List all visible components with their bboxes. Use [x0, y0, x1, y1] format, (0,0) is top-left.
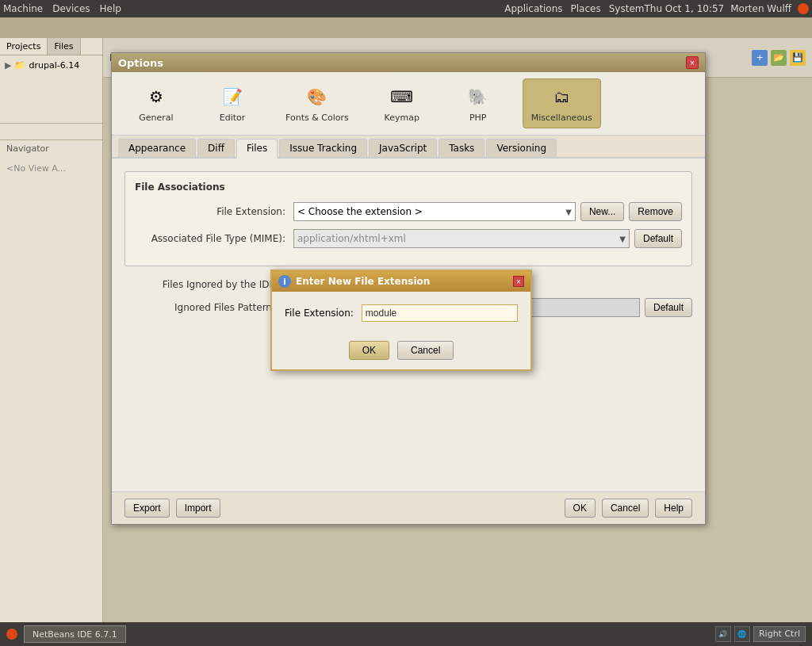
options-footer: Export Import OK Cancel Help — [112, 491, 705, 524]
menu-machine[interactable]: Machine — [3, 3, 43, 14]
tab-diff[interactable]: Diff — [197, 139, 235, 157]
file-associations-title: File Associations — [135, 182, 682, 193]
save-icon[interactable]: 💾 — [790, 50, 806, 66]
options-titlebar: Options × — [112, 53, 705, 72]
sub-dialog: i Enter New File Extension × File Extens… — [270, 269, 532, 371]
fonts-colors-label: Fonts & Colors — [285, 113, 349, 123]
sub-dialog-title: Enter New File Extension — [296, 276, 430, 287]
system-menu-left: Machine Devices Help — [3, 3, 121, 14]
general-label: General — [139, 113, 173, 123]
toolbar-item-keymap[interactable]: ⌨ Keymap — [370, 78, 434, 128]
general-icon: ⚙ — [144, 84, 169, 109]
php-label: PHP — [469, 113, 487, 123]
ok-button[interactable]: OK — [565, 499, 596, 518]
tree-arrow: ▶ — [5, 60, 11, 71]
options-dialog: Options × ⚙ General 📝 Editor 🎨 Fonts & C… — [111, 52, 706, 525]
taskbar-item-netbeans[interactable]: NetBeans IDE 6.7.1 — [24, 625, 126, 643]
remove-button[interactable]: Remove — [629, 202, 682, 221]
tab-files[interactable]: Files — [236, 139, 278, 159]
tab-versioning[interactable]: Versioning — [486, 139, 557, 157]
editor-label: Editor — [220, 113, 246, 123]
tab-issue-tracking[interactable]: Issue Tracking — [279, 139, 367, 157]
launcher-applications[interactable]: Applications — [504, 3, 562, 14]
sub-ok-button[interactable]: OK — [349, 341, 389, 360]
file-extension-dropdown[interactable]: < Choose the extension > ▼ — [293, 202, 576, 221]
system-clock: Thu Oct 1, 10:57 — [644, 3, 724, 14]
export-button[interactable]: Export — [124, 499, 170, 518]
keymap-icon: ⌨ — [389, 84, 415, 109]
options-close-button[interactable]: × — [686, 56, 699, 69]
editor-icon: 📝 — [220, 84, 245, 109]
app-launchers: Applications Places System — [504, 3, 644, 14]
taskbar-ubuntu-icon — [6, 629, 17, 640]
taskbar-right: 🔊 🌐 Right Ctrl — [715, 626, 806, 642]
launcher-system[interactable]: System — [609, 3, 645, 14]
tab-files[interactable]: Files — [48, 38, 80, 55]
sub-dialog-footer: OK Cancel — [272, 334, 530, 369]
sub-dialog-extension-input[interactable] — [362, 304, 518, 322]
navigator-label: Navigator — [0, 140, 102, 157]
toolbar-item-editor[interactable]: 📝 Editor — [201, 78, 264, 128]
toolbar-item-miscellaneous[interactable]: 🗂 Miscellaneous — [523, 78, 601, 128]
mime-label: Associated File Type (MIME): — [135, 233, 293, 244]
taskbar-icon-2[interactable]: 🌐 — [734, 626, 750, 642]
fonts-colors-icon: 🎨 — [304, 84, 330, 109]
ignored-files-label: Files Ignored by the IDE — [124, 279, 283, 290]
tree-label: drupal-6.14 — [29, 60, 79, 71]
sub-dialog-content: File Extension: — [272, 292, 530, 334]
sub-dialog-titlebar: i Enter New File Extension × — [272, 271, 530, 292]
file-extension-row: File Extension: < Choose the extension >… — [135, 202, 682, 221]
sidebar-tabs: Projects Files — [0, 38, 102, 55]
toolbar-item-php[interactable]: 🐘 PHP — [446, 78, 510, 128]
mime-chevron-down-icon: ▼ — [619, 235, 626, 243]
sub-dialog-close-button[interactable]: × — [513, 276, 524, 287]
sidebar-tree: ▶ 📁 drupal-6.14 — [0, 55, 102, 75]
import-button[interactable]: Import — [176, 499, 220, 518]
chevron-down-icon: ▼ — [565, 208, 572, 216]
tree-item-drupal[interactable]: ▶ 📁 drupal-6.14 — [3, 59, 99, 72]
menu-devices[interactable]: Devices — [52, 3, 90, 14]
tab-tasks[interactable]: Tasks — [439, 139, 485, 157]
tab-javascript[interactable]: JavaScript — [369, 139, 437, 157]
system-user: Morten Wulff — [730, 3, 791, 14]
footer-left: Export Import — [124, 499, 220, 518]
dropdown-value: < Choose the extension > — [297, 206, 423, 217]
open-icon[interactable]: 📂 — [771, 50, 787, 66]
ide-background: Projects Files ▶ 📁 drupal-6.14 Navigator… — [0, 38, 812, 646]
taskbar-item-label: NetBeans IDE 6.7.1 — [33, 629, 117, 640]
options-tabs: Appearance Diff Files Issue Tracking Jav… — [112, 136, 705, 159]
ignored-pattern-label: Ignored Files Pattern: — [124, 302, 283, 313]
mime-dropdown[interactable]: application/xhtml+xml ▼ — [293, 229, 630, 248]
mime-row: Associated File Type (MIME): application… — [135, 229, 682, 248]
toolbar-item-general[interactable]: ⚙ General — [124, 78, 188, 128]
help-button[interactable]: Help — [655, 499, 692, 518]
cancel-button[interactable]: Cancel — [602, 499, 649, 518]
php-icon: 🐘 — [465, 84, 491, 109]
tab-projects[interactable]: Projects — [0, 38, 48, 55]
misc-icon: 🗂 — [549, 84, 574, 109]
taskbar: NetBeans IDE 6.7.1 🔊 🌐 Right Ctrl — [0, 622, 812, 646]
default-mime-button[interactable]: Default — [634, 229, 682, 248]
sub-dialog-info-icon: i — [278, 275, 291, 288]
taskbar-right-ctrl: Right Ctrl — [753, 626, 806, 642]
options-content: File Associations File Extension: < Choo… — [112, 159, 705, 491]
taskbar-icon-1[interactable]: 🔊 — [715, 626, 731, 642]
file-extension-label: File Extension: — [135, 206, 293, 217]
options-toolbar: ⚙ General 📝 Editor 🎨 Fonts & Colors ⌨ Ke… — [112, 72, 705, 136]
main-area: File Edit View + 📂 💾 Options × ⚙ General — [103, 38, 812, 646]
system-bar-right: Thu Oct 1, 10:57 Morten Wulff — [644, 3, 809, 14]
tab-appearance[interactable]: Appearance — [118, 139, 196, 157]
keymap-label: Keymap — [385, 113, 419, 123]
tree-icon: 📁 — [14, 60, 25, 71]
file-extension-control: < Choose the extension > ▼ New... Remove — [293, 202, 682, 221]
toolbar-item-fonts-colors[interactable]: 🎨 Fonts & Colors — [277, 78, 358, 128]
new-button[interactable]: New... — [580, 202, 624, 221]
new-file-icon[interactable]: + — [752, 50, 768, 66]
menu-help[interactable]: Help — [100, 3, 121, 14]
default-ignored-button[interactable]: Default — [645, 298, 692, 317]
system-bar: Machine Devices Help Applications Places… — [0, 0, 812, 17]
sub-dialog-field: File Extension: — [285, 304, 518, 322]
sub-cancel-button[interactable]: Cancel — [397, 341, 454, 360]
options-title: Options — [118, 57, 163, 69]
launcher-places[interactable]: Places — [571, 3, 601, 14]
